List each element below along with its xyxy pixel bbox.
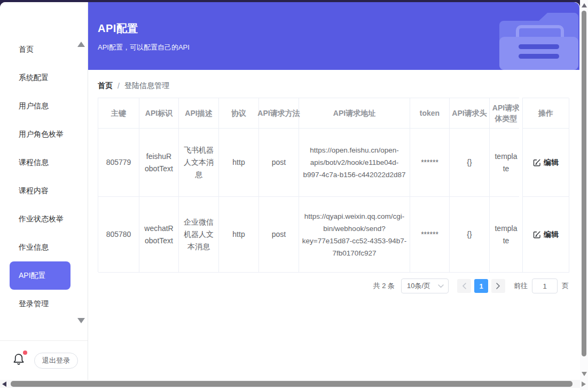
table-cell-protocol: http xyxy=(219,197,259,273)
breadcrumb-home-link[interactable]: 首页 xyxy=(98,81,113,91)
sidebar-item-homework-info[interactable]: 作业信息 xyxy=(10,233,70,261)
column-header-token: token xyxy=(410,98,450,129)
sidebar-item-label: 课程内容 xyxy=(19,186,49,196)
edit-icon xyxy=(533,230,541,238)
page-number-button[interactable]: 1 xyxy=(474,279,488,293)
sidebar-menu: 首页 系统配置 用户信息 用户角色枚举 课程信息 课程内容 作业状态枚举 作业信… xyxy=(0,35,88,318)
page-size-value: 10条/页 xyxy=(407,281,430,291)
sidebar-item-homework-status-enum[interactable]: 作业状态枚举 xyxy=(10,205,70,233)
edit-button[interactable]: 编辑 xyxy=(533,156,559,169)
sidebar-scroll-down-caret-icon[interactable] xyxy=(77,318,85,323)
table-cell-actions: 编辑 xyxy=(523,197,569,273)
table-cell-token: ****** xyxy=(410,197,450,273)
column-header-actions: 操作 xyxy=(523,98,569,129)
sidebar-item-user-info[interactable]: 用户信息 xyxy=(10,92,70,120)
sidebar-item-home[interactable]: 首页 xyxy=(10,35,70,63)
column-header-api-desc: API描述 xyxy=(179,98,219,129)
scroll-right-arrow-icon[interactable] xyxy=(582,381,586,387)
edit-button-label: 编辑 xyxy=(544,156,559,169)
api-config-table: 主键 API标识 API描述 协议 API请求方法 API请求地址 token … xyxy=(98,98,569,272)
table-cell-id: 805780 xyxy=(98,197,139,273)
column-header-protocol: 协议 xyxy=(219,98,259,129)
sidebar-item-course-info[interactable]: 课程信息 xyxy=(10,148,70,177)
table-cell-body-type: template xyxy=(490,129,523,197)
goto-label: 前往 xyxy=(514,281,528,291)
horizontal-scrollbar[interactable] xyxy=(0,380,580,388)
chevron-right-icon xyxy=(496,283,500,289)
sidebar-item-login-management[interactable]: 登录管理 xyxy=(10,290,70,318)
chevron-down-icon xyxy=(438,284,444,288)
column-header-url: API请求地址 xyxy=(299,98,410,129)
sidebar-item-label: API配置 xyxy=(19,271,46,281)
breadcrumb-separator: / xyxy=(117,82,120,90)
table-cell-method: post xyxy=(259,197,299,273)
pagination-bar: 共 2 条 10条/页 1 前往 页 xyxy=(373,278,569,294)
table-cell-token: ****** xyxy=(410,129,450,197)
table-cell-protocol: http xyxy=(219,129,259,197)
table-cell-url: https://qyapi.weixin.qq.com/cgi-bin/webh… xyxy=(299,197,410,273)
sidebar-item-api-config[interactable]: API配置 xyxy=(10,261,70,290)
table-cell-id: 805779 xyxy=(98,129,139,197)
sidebar: 首页 系统配置 用户信息 用户角色枚举 课程信息 课程内容 作业状态枚举 作业信… xyxy=(0,2,88,380)
breadcrumb: 首页 / 登陆信息管理 xyxy=(98,81,169,91)
scroll-left-arrow-icon[interactable] xyxy=(2,381,6,387)
table-cell-url: https://open.feishu.cn/open-apis/bot/v2/… xyxy=(299,129,410,197)
column-header-method: API请求方法 xyxy=(259,98,299,129)
horizontal-scrollbar-thumb[interactable] xyxy=(11,381,573,387)
table-cell-body-type: template xyxy=(490,197,523,273)
app-window: 首页 系统配置 用户信息 用户角色枚举 课程信息 课程内容 作业状态枚举 作业信… xyxy=(0,2,580,390)
sidebar-item-label: 作业状态枚举 xyxy=(19,214,64,224)
edit-icon xyxy=(533,158,541,166)
table-cell-api-desc: 飞书机器人文本消息 xyxy=(179,129,219,197)
scroll-down-arrow-icon[interactable] xyxy=(582,372,587,376)
sidebar-item-system-config[interactable]: 系统配置 xyxy=(10,63,70,92)
sidebar-item-label: 用户信息 xyxy=(19,101,49,111)
sidebar-item-course-content[interactable]: 课程内容 xyxy=(10,177,70,205)
folder-documents-icon xyxy=(497,7,579,70)
chevron-left-icon xyxy=(462,283,466,289)
sidebar-item-label: 作业信息 xyxy=(19,243,49,252)
column-header-body-type: API请求体类型 xyxy=(490,98,523,129)
column-header-api-key: API标识 xyxy=(139,98,179,129)
next-page-button[interactable] xyxy=(491,279,505,293)
sidebar-item-label: 系统配置 xyxy=(19,73,49,83)
table-cell-headers: {} xyxy=(450,129,490,197)
notification-bell-button[interactable] xyxy=(12,352,25,369)
notification-dot-badge xyxy=(23,351,27,355)
table-cell-actions: 编辑 xyxy=(523,129,569,197)
table-cell-headers: {} xyxy=(450,197,490,273)
total-count-label: 共 2 条 xyxy=(373,281,395,291)
page-unit-label: 页 xyxy=(562,281,569,291)
edit-button[interactable]: 编辑 xyxy=(533,228,559,241)
goto-page-input[interactable] xyxy=(532,278,558,293)
sidebar-item-label: 登录管理 xyxy=(19,299,49,309)
column-header-id: 主键 xyxy=(98,98,139,129)
fixed-column-gap xyxy=(519,98,522,272)
column-header-request-headers: API请求头 xyxy=(450,98,490,129)
sidebar-item-user-role-enum[interactable]: 用户角色枚举 xyxy=(10,120,70,148)
sidebar-footer: 退出登录 xyxy=(0,340,88,380)
vertical-scrollbar[interactable] xyxy=(580,0,588,390)
scroll-up-arrow-icon[interactable] xyxy=(582,3,587,7)
table-cell-api-key: feishuRobotText xyxy=(139,129,179,197)
breadcrumb-current: 登陆信息管理 xyxy=(124,81,169,91)
sidebar-item-label: 首页 xyxy=(19,45,34,54)
prev-page-button[interactable] xyxy=(457,279,471,293)
page-size-select[interactable]: 10条/页 xyxy=(401,278,449,293)
vertical-scrollbar-thumb[interactable] xyxy=(582,11,586,356)
edit-button-label: 编辑 xyxy=(544,228,559,241)
bell-icon xyxy=(12,352,25,367)
table-cell-api-desc: 企业微信机器人文本消息 xyxy=(179,197,219,273)
sidebar-item-label: 用户角色枚举 xyxy=(19,130,64,139)
table-cell-api-key: wechatRobotText xyxy=(139,197,179,273)
page-header-banner: API配置 API配置，可以配置自己的API xyxy=(88,2,579,70)
sidebar-item-label: 课程信息 xyxy=(19,158,49,168)
table-cell-method: post xyxy=(259,129,299,197)
logout-button[interactable]: 退出登录 xyxy=(34,353,78,369)
main-content: API配置 API配置，可以配置自己的API 首页 / 登陆信息管理 主键 AP… xyxy=(88,2,580,390)
